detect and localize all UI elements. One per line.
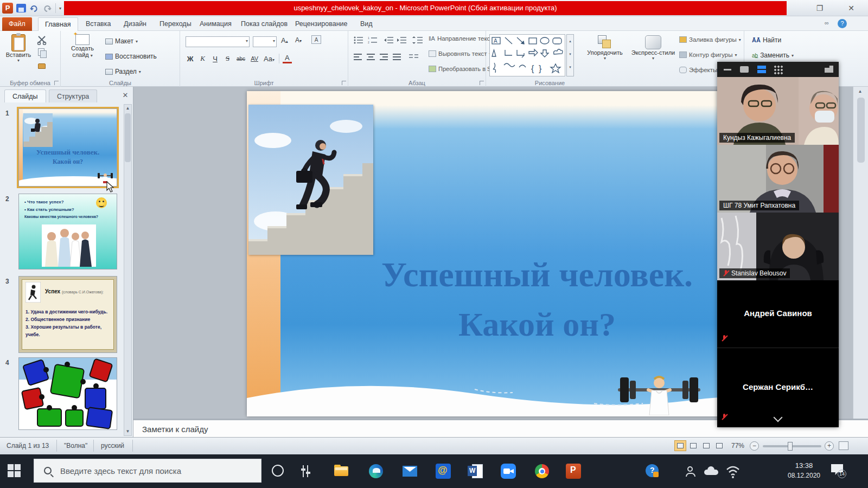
taskbar-search[interactable]: Введите здесь текст для поиска xyxy=(34,459,261,483)
tray-help-icon[interactable]: ? xyxy=(644,463,661,479)
help-icon[interactable]: ? xyxy=(838,19,847,28)
participant-video-4[interactable]: Андрей Савинов xyxy=(717,280,839,348)
layout-button[interactable]: Макет▾ xyxy=(105,37,138,45)
clear-formatting-icon[interactable]: A xyxy=(311,35,321,44)
current-slide[interactable]: Успешный человек. Какой он? xyxy=(247,91,789,416)
arrange-button[interactable]: Упорядочить ▾ xyxy=(582,35,628,61)
close-slides-panel-icon[interactable]: ✕ xyxy=(121,91,130,100)
edge-icon[interactable] xyxy=(368,463,384,479)
zoom-in-button[interactable]: + xyxy=(825,441,834,451)
replace-button[interactable]: ab̲ Заменить▾ xyxy=(752,52,794,59)
slide-thumbnail-1[interactable]: Успешный человек. Какой он? xyxy=(18,108,117,187)
scrollbar-thumb[interactable] xyxy=(125,113,131,162)
grow-font-button[interactable]: A▴ xyxy=(281,36,288,44)
shapes-scroll[interactable]: ▴▾▾ xyxy=(566,34,574,76)
participant-video-2[interactable]: ШГ 78 Умит Рапхатовна xyxy=(717,145,839,213)
align-left-icon[interactable] xyxy=(354,54,362,61)
new-slide-button[interactable]: Создать слайд ▾ xyxy=(65,34,100,58)
tray-people-icon[interactable] xyxy=(682,463,699,479)
italic-button[interactable]: К xyxy=(198,54,207,63)
start-button[interactable] xyxy=(8,464,22,478)
slideshow-view-button[interactable] xyxy=(713,440,725,451)
change-case-button[interactable]: Aa▾ xyxy=(263,55,276,63)
font-dialog-launcher[interactable] xyxy=(342,81,346,85)
align-center-icon[interactable] xyxy=(367,54,375,61)
reading-view-button[interactable] xyxy=(700,440,712,451)
next-participants-icon[interactable] xyxy=(774,413,783,422)
minimize-panel-icon[interactable] xyxy=(724,69,731,70)
restore-window-button[interactable]: ❐ xyxy=(813,3,827,14)
bold-button[interactable]: Ж xyxy=(186,55,195,63)
participant-video-5[interactable]: Сержан Серикб… xyxy=(717,348,839,427)
save-icon[interactable] xyxy=(16,4,26,12)
reset-button[interactable]: Восстановить xyxy=(105,53,157,60)
gallery-strip-view-icon[interactable] xyxy=(757,66,766,73)
slide-sorter-view-button[interactable] xyxy=(687,440,699,451)
shape-outline-button[interactable]: Контур фигуры▾ xyxy=(679,52,737,58)
onedrive-cloud-icon[interactable] xyxy=(703,463,719,479)
participant-video-3[interactable]: Stanislav Belousov xyxy=(717,213,839,280)
font-size-select[interactable] xyxy=(253,36,277,47)
justify-icon[interactable] xyxy=(393,54,401,61)
strikethrough-button[interactable]: S xyxy=(223,54,232,63)
font-color-button[interactable]: А xyxy=(283,54,292,63)
slide-thumbnail-3[interactable]: Успех (словарь С.И.Ожегова): 1. Удача в … xyxy=(18,276,117,353)
shapes-gallery[interactable]: A { xyxy=(489,34,565,76)
scroll-up-icon[interactable]: ▲ xyxy=(124,105,131,112)
tab-slides-thumbnails[interactable]: Слайды xyxy=(4,89,46,102)
decrease-indent-icon[interactable] xyxy=(384,36,394,44)
powerpoint-taskbar-icon[interactable]: P xyxy=(565,463,582,479)
cut-icon[interactable] xyxy=(37,35,48,45)
normal-view-button[interactable] xyxy=(674,440,686,451)
numbering-icon[interactable]: 12 xyxy=(368,36,378,44)
speaker-view-icon[interactable] xyxy=(740,66,749,73)
fit-to-window-button[interactable] xyxy=(839,441,848,450)
chrome-icon[interactable] xyxy=(534,463,550,479)
tab-design[interactable]: Дизайн xyxy=(117,17,153,31)
align-right-icon[interactable] xyxy=(380,54,388,61)
format-painter-icon[interactable] xyxy=(38,63,46,69)
character-spacing-button[interactable]: AV xyxy=(250,55,259,62)
text-shadow-button[interactable]: abc xyxy=(235,56,246,62)
zoom-out-button[interactable]: − xyxy=(750,441,759,451)
align-text-button[interactable]: Выровнять текст▾ xyxy=(429,50,492,57)
mail-icon[interactable] xyxy=(401,463,418,479)
mailru-icon[interactable]: @ xyxy=(435,463,451,479)
shape-fill-button[interactable]: Заливка фигуры▾ xyxy=(679,36,741,43)
scroll-up-icon[interactable]: ▲ xyxy=(857,88,864,95)
slides-panel-scrollbar[interactable]: ▲ ▼ xyxy=(124,104,132,436)
network-icon[interactable] xyxy=(725,463,741,479)
minimize-ribbon-icon[interactable]: ∞ xyxy=(825,20,833,28)
theme-name[interactable]: "Волна" xyxy=(64,442,87,450)
tab-file[interactable]: Файл xyxy=(2,17,32,31)
section-button[interactable]: Раздел▾ xyxy=(105,68,141,75)
tab-transitions[interactable]: Переходы xyxy=(153,17,198,31)
bullets-icon[interactable] xyxy=(354,36,363,44)
slide-thumbnail-4[interactable] xyxy=(18,357,117,430)
scrollbar-thumb[interactable] xyxy=(857,98,865,163)
find-button[interactable]: ĀĀ Найти xyxy=(752,36,781,44)
zoom-slider[interactable] xyxy=(763,445,821,447)
increase-indent-icon[interactable] xyxy=(397,36,407,44)
tray-clock[interactable]: 13:38 08.12.2020 xyxy=(781,461,827,480)
cortana-icon[interactable] xyxy=(270,463,286,479)
word-icon[interactable]: W xyxy=(468,463,484,479)
zoom-slider-thumb[interactable] xyxy=(788,442,793,451)
participant-video-1[interactable]: Кундыз Кажыгалиевна xyxy=(717,77,839,145)
zoom-app-icon[interactable] xyxy=(500,463,516,479)
tab-animation[interactable]: Анимация xyxy=(193,17,238,31)
popout-panel-icon[interactable] xyxy=(825,66,833,73)
quick-styles-button[interactable]: Экспресс-стили ▾ xyxy=(628,35,678,61)
action-center-icon[interactable]: 14 xyxy=(830,463,846,479)
tab-home[interactable]: Главная xyxy=(38,17,78,31)
tab-outline[interactable]: Структура xyxy=(49,89,97,102)
qat-dropdown-icon[interactable]: ▾ xyxy=(59,6,61,11)
slide-thumbnail-2[interactable]: • Что такое успех? • Как стать успешным?… xyxy=(18,194,117,269)
close-window-button[interactable]: ✕ xyxy=(844,3,858,14)
file-explorer-icon[interactable] xyxy=(333,463,349,479)
clipboard-dialog-launcher[interactable] xyxy=(54,81,59,85)
shape-effects-button[interactable]: Эффекты xyxy=(679,67,717,73)
underline-button[interactable]: Ч xyxy=(210,55,220,63)
tab-review[interactable]: Рецензирование xyxy=(289,17,354,31)
tab-view[interactable]: Вид xyxy=(354,17,379,31)
